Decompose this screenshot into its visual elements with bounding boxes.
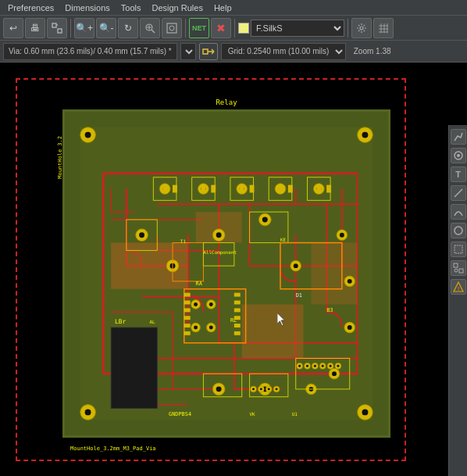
- svg-point-71: [130, 331, 138, 339]
- svg-point-200: [273, 386, 280, 392]
- svg-rect-147: [192, 177, 216, 201]
- svg-text:!: !: [458, 285, 459, 292]
- svg-point-79: [130, 368, 138, 376]
- svg-point-93: [142, 359, 150, 367]
- stop-button[interactable]: ✖: [211, 18, 231, 38]
- zoom-display: Zoom 1.38: [349, 45, 396, 57]
- add-zone-button[interactable]: [451, 242, 466, 257]
- svg-point-145: [209, 326, 213, 330]
- svg-text:AL: AL: [149, 320, 155, 324]
- add-circle-button[interactable]: [451, 223, 466, 238]
- svg-point-60: [121, 353, 124, 356]
- grid-button[interactable]: [373, 18, 394, 38]
- svg-line-4: [152, 30, 155, 33]
- svg-point-120: [258, 213, 271, 226]
- zoom-in-button[interactable]: 🔍+: [74, 18, 94, 38]
- svg-rect-152: [127, 220, 157, 250]
- footprint-button[interactable]: [47, 18, 67, 38]
- drc-button[interactable]: !: [451, 279, 466, 295]
- svg-rect-221: [459, 269, 463, 273]
- svg-point-92: [144, 353, 148, 356]
- refresh-button[interactable]: ↻: [118, 18, 138, 38]
- svg-point-49: [358, 127, 373, 143]
- footprint-tool-button[interactable]: [451, 260, 466, 276]
- settings-button[interactable]: [351, 18, 372, 38]
- svg-point-70: [121, 399, 124, 402]
- layer-dropdown[interactable]: F.SilkS B.SilkS F.Cu B.Cu Edge.Cuts: [251, 20, 344, 37]
- svg-point-194: [251, 386, 257, 392]
- svg-point-94: [144, 361, 148, 364]
- add-via-button[interactable]: [451, 148, 466, 163]
- svg-rect-177: [184, 331, 191, 335]
- svg-rect-45: [196, 212, 242, 242]
- svg-point-61: [119, 359, 127, 367]
- svg-point-201: [276, 388, 278, 390]
- zoom-fit-button[interactable]: [162, 18, 182, 38]
- svg-point-95: [142, 368, 150, 376]
- svg-rect-180: [234, 308, 241, 312]
- svg-point-110: [275, 184, 286, 195]
- svg-point-75: [130, 350, 138, 358]
- svg-rect-7: [167, 23, 176, 33]
- svg-point-123: [294, 263, 298, 268]
- svg-point-202: [297, 363, 303, 369]
- svg-point-85: [130, 396, 138, 404]
- svg-point-52: [85, 409, 91, 415]
- svg-point-80: [133, 370, 136, 374]
- menu-preferences[interactable]: Preferences: [3, 2, 59, 14]
- net-button[interactable]: [199, 43, 218, 60]
- svg-point-96: [144, 370, 148, 374]
- svg-point-133: [262, 386, 268, 392]
- undo-button[interactable]: ↩: [3, 18, 23, 38]
- svg-rect-159: [296, 358, 350, 388]
- svg-point-195: [252, 388, 255, 390]
- svg-point-56: [121, 334, 124, 337]
- svg-point-121: [262, 217, 268, 223]
- svg-point-118: [212, 229, 225, 242]
- svg-point-59: [119, 350, 127, 358]
- svg-point-211: [330, 365, 332, 367]
- grid-dropdown[interactable]: Grid: 0.2540 mm (10.00 mils) Grid: 0.127…: [221, 43, 346, 60]
- menu-tools[interactable]: Tools: [116, 2, 146, 14]
- svg-rect-186: [201, 185, 205, 193]
- svg-point-72: [133, 334, 136, 337]
- zoom-out-button[interactable]: 🔍-: [96, 18, 116, 38]
- svg-point-197: [260, 388, 262, 390]
- svg-point-83: [130, 387, 138, 395]
- svg-point-204: [305, 363, 311, 369]
- svg-rect-189: [250, 185, 255, 193]
- svg-point-196: [258, 386, 264, 392]
- svg-point-203: [298, 365, 301, 367]
- menu-design-rules[interactable]: Design Rules: [147, 2, 207, 14]
- svg-text:KE: KE: [280, 238, 287, 242]
- svg-point-77: [130, 359, 138, 367]
- svg-point-208: [319, 363, 326, 369]
- svg-rect-154: [250, 212, 288, 242]
- svg-rect-179: [234, 301, 241, 305]
- print-button[interactable]: 🖶: [25, 18, 45, 38]
- svg-point-222: [455, 269, 458, 272]
- menu-help[interactable]: Help: [209, 2, 237, 14]
- svg-point-100: [144, 389, 148, 392]
- zoom-area-button[interactable]: [140, 18, 160, 38]
- via-dropdown[interactable]: [180, 43, 196, 60]
- net-inspector-button[interactable]: NET: [189, 18, 209, 38]
- svg-text:AllComponent: AllComponent: [203, 250, 237, 256]
- svg-point-67: [119, 387, 127, 395]
- svg-point-209: [322, 365, 324, 367]
- route-button[interactable]: [451, 129, 466, 145]
- svg-point-114: [136, 229, 148, 242]
- toolbar-separator-1: [70, 19, 71, 38]
- menu-dimensions[interactable]: Dimensions: [60, 2, 114, 14]
- add-text-button[interactable]: T: [451, 166, 466, 182]
- svg-text:B3: B3: [326, 307, 333, 313]
- svg-rect-150: [308, 177, 331, 201]
- pcb-canvas[interactable]: Relay MountHole_3.2 MountHole_3.2mm_M3_P…: [0, 63, 467, 476]
- svg-point-68: [121, 389, 124, 392]
- svg-rect-184: [162, 185, 167, 193]
- add-line-button[interactable]: [451, 185, 466, 201]
- svg-point-119: [216, 232, 222, 238]
- svg-point-210: [327, 363, 333, 369]
- svg-point-82: [133, 380, 136, 383]
- add-arc-button[interactable]: [451, 204, 466, 220]
